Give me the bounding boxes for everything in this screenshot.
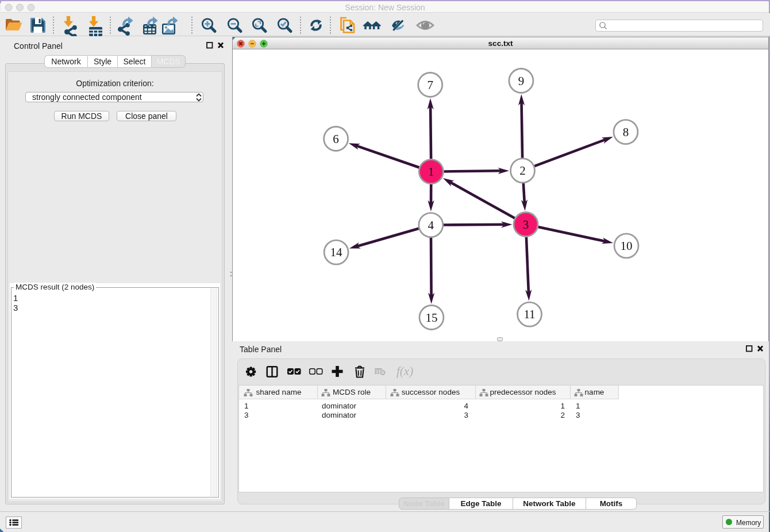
svg-text:11: 11 bbox=[523, 307, 535, 321]
svg-text:9: 9 bbox=[518, 74, 525, 88]
svg-text:8: 8 bbox=[623, 125, 629, 139]
svg-text:1: 1 bbox=[428, 165, 434, 179]
svg-text:3: 3 bbox=[523, 218, 529, 232]
svg-text:14: 14 bbox=[330, 245, 343, 259]
svg-text:10: 10 bbox=[621, 239, 633, 253]
svg-text:7: 7 bbox=[427, 78, 433, 92]
svg-text:2: 2 bbox=[519, 164, 526, 178]
svg-text:15: 15 bbox=[425, 311, 437, 325]
svg-text:4: 4 bbox=[428, 218, 434, 232]
svg-text:6: 6 bbox=[333, 132, 339, 146]
